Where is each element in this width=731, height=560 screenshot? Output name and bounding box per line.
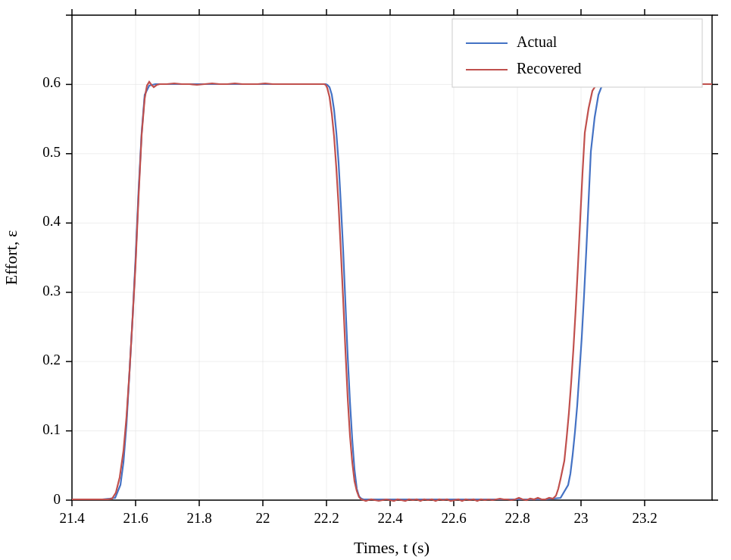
chart-container: 21.4 21.6 21.8 22 22.2 22.4 22.6 22.8 23… (0, 0, 731, 560)
y-tick-03: 0.3 (42, 283, 61, 299)
x-tick-226: 22.6 (441, 510, 466, 526)
x-tick-22: 22 (256, 510, 270, 526)
y-tick-05: 0.5 (42, 144, 61, 160)
y-tick-02: 0.2 (42, 352, 61, 368)
x-tick-232: 23.2 (632, 510, 657, 526)
x-tick-228: 22.8 (505, 510, 530, 526)
x-tick-216: 21.6 (123, 510, 148, 526)
x-tick-224: 22.4 (377, 510, 403, 526)
x-tick-23: 23 (574, 510, 589, 526)
svg-rect-0 (72, 15, 712, 500)
y-tick-06: 0.6 (42, 74, 61, 90)
svg-rect-57 (452, 19, 702, 87)
x-tick-222: 22.2 (314, 510, 339, 526)
x-tick-218: 21.8 (186, 510, 211, 526)
y-tick-0: 0 (54, 491, 61, 507)
x-tick-214: 21.4 (59, 510, 85, 526)
y-axis-label: Effort, ε (2, 230, 20, 285)
legend-actual-label: Actual (517, 33, 558, 50)
y-tick-04: 0.4 (42, 213, 61, 229)
x-axis-label: Times, t (s) (354, 538, 430, 557)
legend-recovered-label: Recovered (517, 60, 582, 77)
y-tick-01: 0.1 (42, 421, 61, 437)
